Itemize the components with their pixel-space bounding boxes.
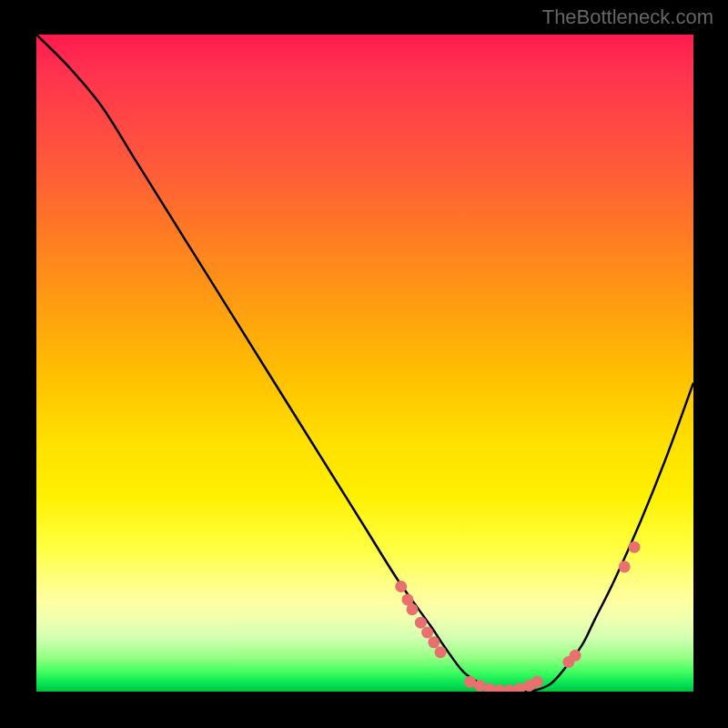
data-marker bbox=[406, 603, 418, 615]
data-marker bbox=[421, 627, 433, 639]
data-marker bbox=[401, 593, 413, 605]
bottleneck-curve bbox=[36, 35, 693, 692]
data-marker bbox=[494, 684, 506, 692]
data-marker bbox=[531, 676, 543, 688]
data-markers bbox=[395, 541, 640, 692]
data-marker bbox=[619, 561, 631, 572]
watermark-text: TheBottleneck.com bbox=[542, 5, 713, 29]
chart-svg bbox=[36, 35, 693, 692]
data-marker bbox=[435, 646, 447, 658]
data-marker bbox=[395, 581, 407, 592]
data-marker bbox=[484, 683, 496, 692]
data-marker bbox=[562, 656, 574, 668]
data-marker bbox=[570, 650, 581, 662]
data-marker bbox=[428, 636, 440, 648]
data-marker bbox=[503, 684, 515, 692]
data-marker bbox=[523, 680, 535, 692]
data-marker bbox=[629, 541, 641, 553]
data-marker bbox=[474, 680, 486, 692]
data-marker bbox=[415, 617, 427, 629]
chart-plot-area bbox=[36, 35, 693, 692]
data-marker bbox=[464, 676, 476, 688]
data-marker bbox=[513, 683, 525, 692]
